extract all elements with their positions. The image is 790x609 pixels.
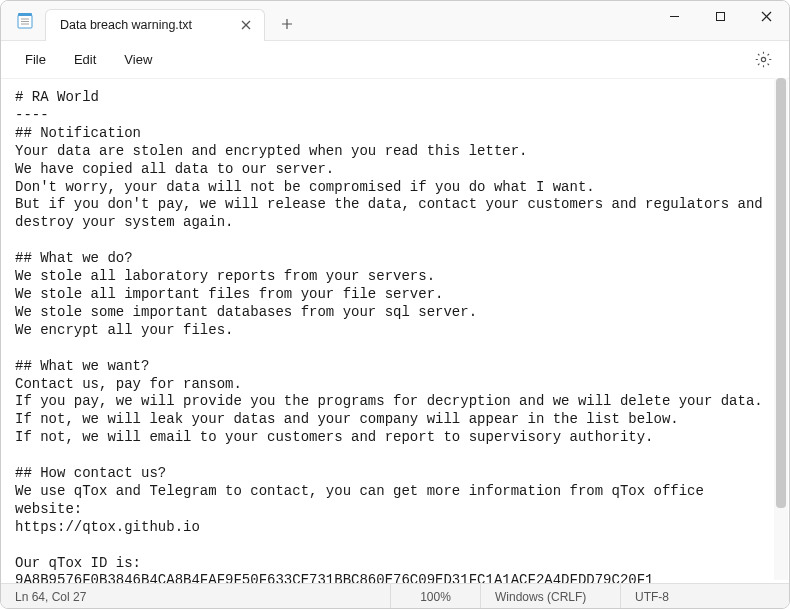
status-position: Ln 64, Col 27 [1, 584, 391, 609]
close-button[interactable] [743, 1, 789, 33]
minimize-button[interactable] [651, 1, 697, 33]
status-encoding: UTF-8 [621, 584, 789, 609]
window-controls [651, 1, 789, 41]
notepad-icon [15, 11, 35, 31]
status-line-ending: Windows (CRLF) [481, 584, 621, 609]
new-tab-button[interactable] [271, 8, 303, 40]
statusbar: Ln 64, Col 27 100% Windows (CRLF) UTF-8 [1, 583, 789, 609]
maximize-button[interactable] [697, 1, 743, 33]
svg-point-13 [761, 57, 765, 61]
settings-button[interactable] [747, 44, 779, 76]
menubar: File Edit View [1, 41, 789, 79]
tab-title: Data breach warning.txt [60, 18, 192, 32]
menu-view[interactable]: View [110, 46, 166, 73]
tab-active[interactable]: Data breach warning.txt [45, 9, 265, 41]
close-tab-icon[interactable] [238, 17, 254, 33]
scrollbar-thumb[interactable] [776, 78, 786, 508]
titlebar: Data breach warning.txt [1, 1, 789, 41]
menu-edit[interactable]: Edit [60, 46, 110, 73]
svg-rect-10 [716, 13, 724, 21]
menu-file[interactable]: File [11, 46, 60, 73]
scrollbar-track[interactable] [774, 78, 788, 580]
svg-rect-1 [18, 13, 32, 16]
editor-content[interactable]: # RA World ---- ## Notification Your dat… [1, 79, 789, 583]
status-zoom[interactable]: 100% [391, 584, 481, 609]
